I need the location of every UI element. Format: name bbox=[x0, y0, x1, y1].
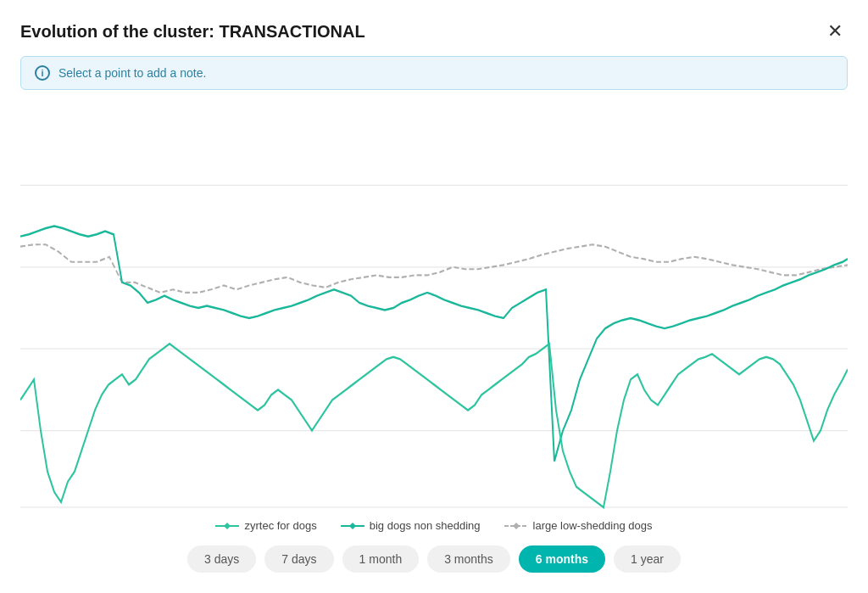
legend-item-largedogs: large low-shedding dogs bbox=[504, 519, 653, 532]
time-btn-1-year[interactable]: 1 year bbox=[614, 545, 681, 573]
svg-marker-8 bbox=[349, 523, 356, 529]
legend-label-bigdogs: big dogs non shedding bbox=[370, 519, 481, 532]
info-text: Select a point to add a note. bbox=[58, 66, 206, 80]
time-btn-3-months[interactable]: 3 months bbox=[427, 545, 510, 573]
time-btn-6-months[interactable]: 6 months bbox=[519, 545, 605, 573]
modal-title: Evolution of the cluster: TRANSACTIONAL bbox=[20, 22, 365, 42]
chart-svg bbox=[20, 103, 848, 512]
legend-line-largedogs bbox=[504, 525, 528, 527]
time-btn-7-days[interactable]: 7 days bbox=[264, 545, 333, 573]
svg-marker-6 bbox=[224, 523, 231, 529]
time-btn-1-month[interactable]: 1 month bbox=[342, 545, 420, 573]
modal-container: Evolution of the cluster: TRANSACTIONAL … bbox=[0, 0, 868, 593]
legend-line-bigdogs bbox=[341, 525, 364, 527]
chart-area bbox=[20, 103, 848, 512]
svg-marker-10 bbox=[513, 523, 520, 529]
modal-header: Evolution of the cluster: TRANSACTIONAL … bbox=[20, 20, 848, 42]
legend-item-zyrtec: zyrtec for dogs bbox=[215, 519, 316, 532]
info-icon: i bbox=[35, 65, 50, 81]
legend-label-largedogs: large low-shedding dogs bbox=[533, 519, 653, 532]
time-buttons-container: 3 days7 days1 month3 months6 months1 yea… bbox=[20, 545, 848, 579]
time-btn-3-days[interactable]: 3 days bbox=[187, 545, 256, 573]
chart-legend: zyrtec for dogs big dogs non shedding la… bbox=[20, 519, 848, 532]
legend-line-zyrtec bbox=[215, 525, 239, 527]
legend-label-zyrtec: zyrtec for dogs bbox=[244, 519, 316, 532]
close-button[interactable]: ✕ bbox=[822, 20, 848, 42]
info-bar: i Select a point to add a note. bbox=[20, 56, 848, 90]
legend-item-bigdogs: big dogs non shedding bbox=[341, 519, 481, 532]
